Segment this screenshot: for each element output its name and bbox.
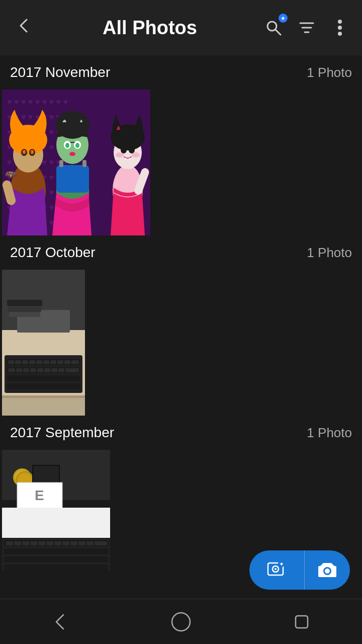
svg-rect-102 (62, 541, 69, 545)
svg-rect-103 (70, 541, 77, 545)
svg-rect-116 (296, 616, 308, 628)
svg-rect-68 (23, 368, 29, 372)
svg-rect-98 (30, 541, 37, 545)
svg-rect-34 (59, 160, 63, 167)
svg-rect-26 (56, 165, 89, 193)
photo-october-1[interactable] (2, 270, 85, 416)
svg-rect-59 (29, 360, 35, 364)
svg-point-32 (65, 143, 69, 148)
svg-rect-71 (44, 368, 50, 372)
section-count-november: 1 Photo (307, 65, 352, 80)
svg-rect-105 (86, 541, 94, 545)
svg-point-44 (132, 152, 140, 157)
bottom-navigation (0, 599, 362, 644)
nav-back-button[interactable] (40, 602, 80, 642)
svg-point-36 (69, 152, 75, 156)
fab-camera[interactable] (305, 550, 350, 590)
back-button[interactable] (10, 12, 38, 44)
svg-rect-55 (7, 383, 80, 389)
svg-rect-92 (4, 548, 108, 554)
photo-november-1[interactable]: ♥ ♥ ♥ ♥ ♥ ♥ ♥ ♥ ♥ ♥ ♥ ♥ ♥ ♥ ♥ ♥ ♥ ♥ ♥ ♥ … (2, 90, 150, 235)
svg-point-42 (129, 146, 135, 153)
svg-rect-99 (38, 541, 45, 545)
svg-point-114 (325, 569, 330, 574)
svg-rect-70 (37, 368, 43, 372)
svg-point-23 (23, 150, 26, 154)
page-title: All Photos (46, 17, 253, 39)
section-header-october: 2017 October 1 Photo (0, 235, 362, 268)
section-count-september: 1 Photo (307, 425, 352, 441)
svg-rect-76 (2, 395, 85, 398)
svg-rect-101 (54, 541, 61, 545)
more-button[interactable] (328, 16, 352, 40)
svg-rect-73 (58, 368, 64, 372)
svg-rect-94 (4, 565, 108, 571)
section-header-november: 2017 November 1 Photo (0, 55, 362, 88)
svg-rect-85 (33, 466, 59, 483)
search-button[interactable]: ★ (261, 16, 286, 40)
svg-rect-67 (16, 368, 22, 372)
svg-rect-35 (82, 160, 86, 167)
svg-text:E: E (35, 488, 44, 503)
svg-rect-95 (6, 541, 13, 545)
svg-rect-60 (36, 360, 42, 364)
svg-point-41 (121, 146, 127, 153)
svg-point-109 (275, 568, 277, 570)
svg-line-1 (276, 30, 281, 35)
svg-point-115 (172, 613, 190, 631)
svg-point-33 (75, 143, 79, 148)
filter-button[interactable] (295, 16, 319, 40)
svg-rect-104 (78, 541, 85, 545)
svg-rect-93 (4, 556, 108, 562)
nav-home-button[interactable] (161, 602, 201, 642)
svg-rect-106 (95, 541, 107, 545)
section-title-september: 2017 September (10, 425, 114, 441)
svg-rect-65 (71, 360, 79, 364)
svg-rect-61 (43, 360, 49, 364)
svg-rect-48 (7, 300, 42, 306)
section-count-october: 1 Photo (307, 245, 352, 261)
svg-rect-58 (22, 360, 28, 364)
svg-rect-54 (7, 375, 80, 381)
search-badge: ★ (279, 14, 288, 23)
svg-point-24 (31, 150, 34, 154)
svg-rect-74 (65, 368, 79, 372)
fab-add-photo[interactable] (249, 550, 305, 590)
app-header: All Photos ★ (0, 0, 362, 55)
svg-rect-64 (64, 360, 70, 364)
svg-point-43 (116, 152, 124, 157)
svg-rect-100 (46, 541, 53, 545)
svg-rect-112 (281, 562, 282, 566)
svg-rect-66 (8, 368, 15, 372)
svg-rect-49 (8, 306, 41, 312)
svg-rect-56 (8, 360, 14, 364)
svg-rect-72 (51, 368, 57, 372)
section-title-october: 2017 October (10, 245, 96, 261)
svg-rect-62 (50, 360, 56, 364)
october-photos (0, 268, 362, 416)
svg-point-3 (338, 26, 342, 30)
svg-point-2 (338, 20, 342, 24)
fab-button[interactable] (249, 550, 350, 590)
svg-rect-57 (15, 360, 21, 364)
photo-september-1[interactable]: E (2, 450, 110, 571)
svg-rect-75 (2, 395, 85, 416)
svg-rect-97 (22, 541, 29, 545)
svg-rect-50 (9, 312, 40, 317)
svg-text:🦇: 🦇 (5, 168, 17, 180)
section-header-september: 2017 September 1 Photo (0, 416, 362, 448)
svg-text:♥ ♥ ♥ ♥ ♥ ♥ ♥ ♥ ♥: ♥ ♥ ♥ ♥ ♥ ♥ ♥ ♥ ♥ (7, 98, 68, 106)
svg-rect-63 (57, 360, 63, 364)
november-photos: ♥ ♥ ♥ ♥ ♥ ♥ ♥ ♥ ♥ ♥ ♥ ♥ ♥ ♥ ♥ ♥ ♥ ♥ ♥ ♥ … (0, 88, 362, 235)
svg-rect-96 (14, 541, 21, 545)
svg-point-4 (338, 32, 342, 36)
svg-rect-69 (30, 368, 36, 372)
section-title-november: 2017 November (10, 64, 110, 80)
nav-recents-button[interactable] (282, 602, 322, 642)
svg-point-28 (55, 111, 89, 139)
header-actions: ★ (261, 16, 352, 40)
